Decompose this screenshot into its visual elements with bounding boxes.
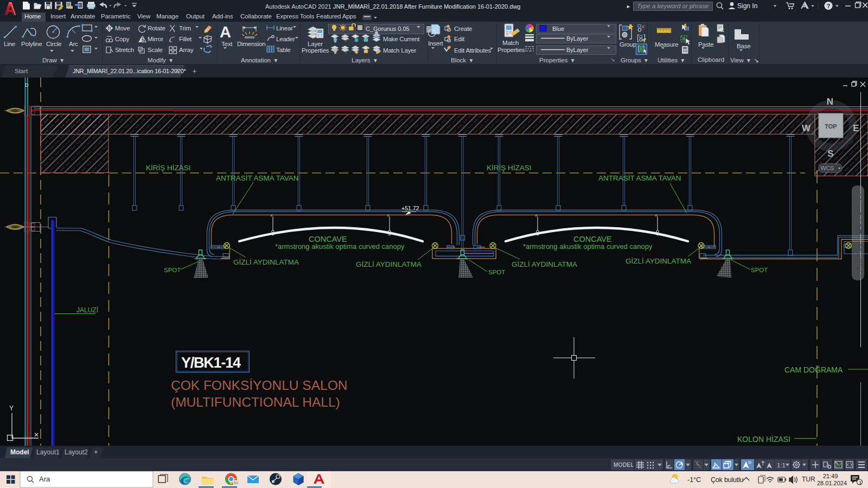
- svg-text:✕: ✕: [34, 431, 39, 439]
- svg-text:WCS: WCS: [821, 165, 834, 171]
- svg-text:1:1: 1:1: [777, 462, 786, 468]
- svg-text:(MULTIFUNCTIONAL HALL): (MULTIFUNCTIONAL HALL): [171, 395, 340, 409]
- svg-text:?: ?: [826, 3, 830, 9]
- svg-text:SPOT: SPOT: [488, 269, 505, 275]
- svg-text:*armstrong akustik optima curv: *armstrong akustik optima curved canopy: [275, 242, 405, 251]
- svg-text:TOP: TOP: [825, 123, 837, 130]
- svg-text:CAM DOĞRAMA: CAM DOĞRAMA: [784, 365, 843, 374]
- svg-text:-1°C: -1°C: [687, 476, 701, 484]
- svg-text:BK: BK: [234, 481, 239, 485]
- svg-text:1: 1: [859, 479, 861, 485]
- svg-text:*armstrong akustik optima curv: *armstrong akustik optima curved canopy: [523, 242, 653, 251]
- svg-text:SPOT: SPOT: [751, 267, 768, 273]
- svg-text:GİZLİ AYDINLATMA: GİZLİ AYDINLATMA: [233, 258, 299, 266]
- svg-text:MODEL: MODEL: [614, 462, 634, 468]
- svg-text:JALUZİ: JALUZİ: [76, 306, 98, 314]
- svg-text:A: A: [220, 23, 231, 41]
- svg-text:N: N: [827, 97, 833, 107]
- svg-text:▾: ▾: [838, 166, 840, 171]
- svg-text:GİZLİ AYDINLATMA: GİZLİ AYDINLATMA: [356, 260, 422, 268]
- svg-text:TUR: TUR: [802, 476, 815, 483]
- svg-text:S: S: [827, 149, 833, 159]
- svg-text:D: D: [25, 82, 29, 88]
- svg-text:GİZLİ AYDINLATMA: GİZLİ AYDINLATMA: [626, 257, 691, 265]
- svg-text:W: W: [802, 123, 811, 133]
- svg-text:KİRİŞ HİZASI: KİRİŞ HİZASI: [146, 164, 191, 172]
- svg-text:Y/BK1-14: Y/BK1-14: [181, 355, 241, 371]
- svg-text:SPOT: SPOT: [164, 267, 181, 273]
- svg-text:KOLON HİZASI: KOLON HİZASI: [737, 434, 790, 444]
- svg-text:E: E: [853, 123, 859, 133]
- svg-text:+51.72: +51.72: [401, 205, 419, 211]
- svg-text:Çok bulutlu: Çok bulutlu: [711, 476, 744, 484]
- svg-text:GİZLİ AYDINLATMA: GİZLİ AYDINLATMA: [512, 260, 577, 268]
- svg-text:Y: Y: [9, 404, 14, 412]
- svg-text:ANTRASİT ASMA TAVAN: ANTRASİT ASMA TAVAN: [598, 174, 681, 182]
- svg-text:Ara: Ara: [39, 475, 50, 483]
- svg-text:ÇOK FONKSİYONLU SALON: ÇOK FONKSİYONLU SALON: [171, 378, 347, 393]
- svg-text:KİRİŞ HİZASI: KİRİŞ HİZASI: [487, 164, 532, 172]
- svg-text:ANTRASİT ASMA TAVAN: ANTRASİT ASMA TAVAN: [216, 174, 299, 182]
